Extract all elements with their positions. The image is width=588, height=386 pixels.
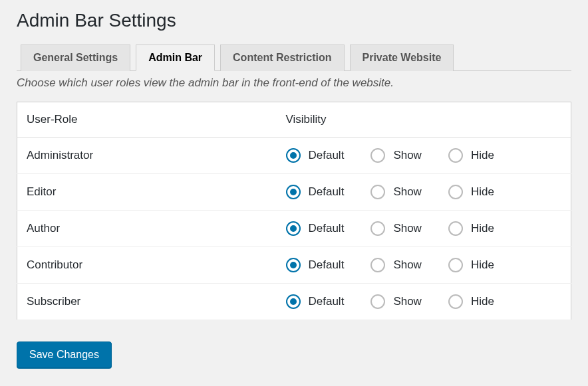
col-header-visibility: Visibility <box>277 102 571 138</box>
radio-show[interactable]: Show <box>370 221 422 236</box>
radio-icon <box>448 185 463 199</box>
radio-label: Hide <box>471 295 494 308</box>
tab-admin-bar[interactable]: Admin Bar <box>136 45 215 71</box>
radio-icon <box>286 148 301 163</box>
radio-label: Default <box>309 185 345 199</box>
radio-icon <box>286 294 301 309</box>
radio-show[interactable]: Show <box>370 148 422 163</box>
radio-label: Show <box>393 295 422 308</box>
radio-icon <box>286 185 301 199</box>
tab-private-website[interactable]: Private Website <box>350 45 454 71</box>
radio-default[interactable]: Default <box>286 185 345 199</box>
radio-default[interactable]: Default <box>286 148 345 163</box>
radio-icon <box>370 221 385 236</box>
radio-icon <box>286 258 301 272</box>
radio-label: Default <box>309 222 345 235</box>
radio-show[interactable]: Show <box>370 185 422 199</box>
radio-icon <box>448 148 463 163</box>
radio-label: Show <box>393 149 422 162</box>
visibility-options: DefaultShowHide <box>277 138 571 174</box>
radio-icon <box>370 258 385 272</box>
radio-default[interactable]: Default <box>286 221 345 236</box>
visibility-options: DefaultShowHide <box>277 247 571 284</box>
visibility-options: DefaultShowHide <box>277 211 571 247</box>
radio-label: Default <box>309 149 345 162</box>
save-button[interactable]: Save Changes <box>17 341 112 368</box>
role-name: Contributor <box>17 247 277 284</box>
col-header-role: User-Role <box>17 102 277 138</box>
tab-general-settings[interactable]: General Settings <box>21 45 130 71</box>
radio-label: Default <box>309 295 345 308</box>
admin-bar-table: User-Role Visibility AdministratorDefaul… <box>17 102 571 320</box>
radio-hide[interactable]: Hide <box>448 185 494 199</box>
role-name: Subscriber <box>17 284 277 320</box>
radio-label: Show <box>393 185 422 199</box>
radio-icon <box>370 294 385 309</box>
role-name: Editor <box>17 174 277 211</box>
tabs-nav: General SettingsAdmin BarContent Restric… <box>17 45 571 71</box>
radio-label: Default <box>309 258 345 272</box>
radio-hide[interactable]: Hide <box>448 258 494 272</box>
radio-icon <box>370 185 385 199</box>
radio-label: Hide <box>471 185 494 199</box>
table-row: AdministratorDefaultShowHide <box>17 138 571 174</box>
radio-hide[interactable]: Hide <box>448 221 494 236</box>
radio-icon <box>370 148 385 163</box>
radio-show[interactable]: Show <box>370 294 422 309</box>
tab-content-restriction[interactable]: Content Restriction <box>220 45 344 71</box>
visibility-options: DefaultShowHide <box>277 174 571 211</box>
radio-label: Show <box>393 258 422 272</box>
radio-show[interactable]: Show <box>370 258 422 272</box>
radio-icon <box>448 294 463 309</box>
radio-hide[interactable]: Hide <box>448 148 494 163</box>
page-title: Admin Bar Settings <box>17 10 571 31</box>
radio-icon <box>286 221 301 236</box>
radio-label: Hide <box>471 258 494 272</box>
table-row: AuthorDefaultShowHide <box>17 211 571 247</box>
role-name: Administrator <box>17 138 277 174</box>
table-row: SubscriberDefaultShowHide <box>17 284 571 320</box>
radio-icon <box>448 221 463 236</box>
table-row: ContributorDefaultShowHide <box>17 247 571 284</box>
radio-label: Show <box>393 222 422 235</box>
radio-default[interactable]: Default <box>286 258 345 272</box>
visibility-options: DefaultShowHide <box>277 284 571 320</box>
role-name: Author <box>17 211 277 247</box>
settings-description: Choose which user roles view the admin b… <box>17 76 571 90</box>
radio-default[interactable]: Default <box>286 294 345 309</box>
radio-icon <box>448 258 463 272</box>
radio-label: Hide <box>471 149 494 162</box>
radio-hide[interactable]: Hide <box>448 294 494 309</box>
table-row: EditorDefaultShowHide <box>17 174 571 211</box>
radio-label: Hide <box>471 222 494 235</box>
